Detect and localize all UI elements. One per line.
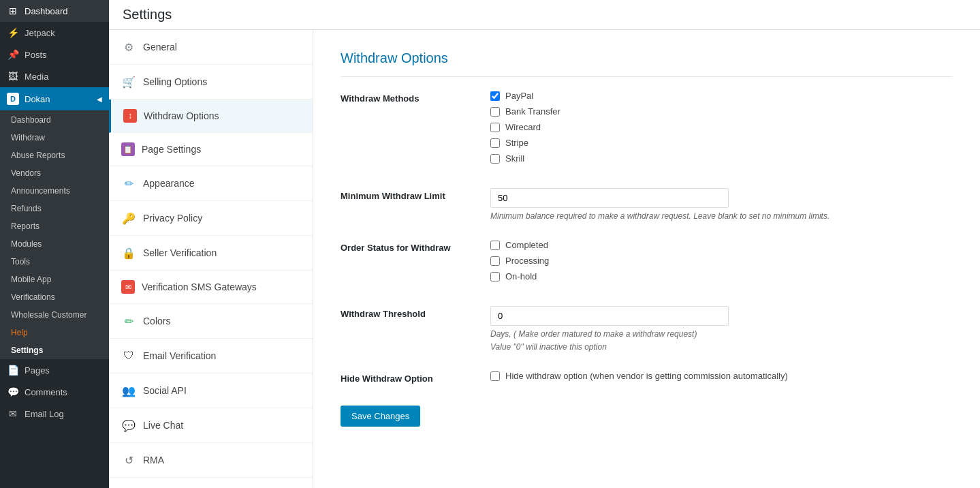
hide-withdraw-checkbox[interactable] bbox=[490, 371, 500, 381]
sidebar-item-tools[interactable]: Tools bbox=[0, 253, 109, 271]
appearance-icon: ✏ bbox=[121, 176, 136, 191]
order-status-label: Order Status for Withdraw bbox=[341, 240, 490, 253]
sidebar-item-dashboard[interactable]: ⊞ Dashboard bbox=[0, 0, 109, 22]
content-area: ⚙ General 🛒 Selling Options ↕ Withdraw O… bbox=[109, 30, 980, 488]
live-chat-icon: 💬 bbox=[121, 418, 136, 433]
comments-icon: 💬 bbox=[7, 386, 19, 397]
sidebar-item-abuse-reports[interactable]: Abuse Reports bbox=[0, 147, 109, 164]
sidebar-item-pages[interactable]: 📄 Pages bbox=[0, 359, 109, 381]
withdraw-options-title: Withdraw Options bbox=[341, 50, 953, 77]
sidebar-item-dokan[interactable]: D Dokan ◀ bbox=[0, 87, 109, 110]
sidebar-item-refunds[interactable]: Refunds bbox=[0, 200, 109, 217]
minimum-withdraw-input[interactable] bbox=[490, 188, 729, 208]
sidebar-item-verifications[interactable]: Verifications bbox=[0, 288, 109, 306]
gear-icon: ⚙ bbox=[121, 40, 136, 55]
hide-withdraw-option-row: Hide withdraw option (when vendor is get… bbox=[490, 371, 953, 381]
wirecard-row: Wirecard bbox=[490, 122, 953, 132]
sidebar-item-help[interactable]: Help bbox=[0, 324, 109, 341]
hide-withdraw-option-label[interactable]: Hide withdraw option (when vendor is get… bbox=[505, 371, 788, 381]
order-status-row: Order Status for Withdraw Completed Proc… bbox=[341, 240, 953, 287]
minimum-withdraw-row: Minimum Withdraw Limit Minimum balance r… bbox=[341, 188, 953, 221]
page-settings-icon: 📋 bbox=[121, 142, 135, 156]
stripe-row: Stripe bbox=[490, 138, 953, 148]
settings-nav: ⚙ General 🛒 Selling Options ↕ Withdraw O… bbox=[109, 30, 313, 488]
nav-item-email-verification[interactable]: 🛡 Email Verification bbox=[109, 339, 313, 373]
email-log-icon: ✉ bbox=[7, 408, 19, 419]
paypal-checkbox[interactable] bbox=[490, 91, 500, 101]
withdraw-methods-row: Withdraw Methods PayPal Bank Transfer Wi… bbox=[341, 91, 953, 169]
nav-item-social-api[interactable]: 👥 Social API bbox=[109, 373, 313, 408]
save-changes-wrapper: Save Changes bbox=[341, 406, 953, 427]
nav-item-seller-verification[interactable]: 🔒 Seller Verification bbox=[109, 236, 313, 271]
withdraw-threshold-label: Withdraw Threshold bbox=[341, 306, 490, 319]
hide-withdraw-label: Hide Withdraw Option bbox=[341, 371, 490, 384]
sidebar-item-settings[interactable]: Settings bbox=[0, 341, 109, 359]
email-verification-icon: 🛡 bbox=[121, 348, 136, 363]
seller-verification-icon: 🔒 bbox=[121, 245, 136, 260]
sidebar-item-mobile-app[interactable]: Mobile App bbox=[0, 271, 109, 288]
stripe-checkbox[interactable] bbox=[490, 138, 500, 148]
dokan-icon: D bbox=[7, 93, 19, 105]
on-hold-checkbox[interactable] bbox=[490, 272, 500, 281]
sidebar-item-posts[interactable]: 📌 Posts bbox=[0, 44, 109, 65]
dokan-arrow-icon: ◀ bbox=[97, 95, 102, 103]
wirecard-checkbox[interactable] bbox=[490, 123, 500, 132]
on-hold-label[interactable]: On-hold bbox=[505, 271, 537, 281]
processing-label[interactable]: Processing bbox=[505, 256, 549, 266]
sidebar-item-vendors[interactable]: Vendors bbox=[0, 164, 109, 182]
sidebar-item-jetpack[interactable]: ⚡ Jetpack bbox=[0, 22, 109, 44]
sidebar-item-dashboard-sub[interactable]: Dashboard bbox=[0, 111, 109, 129]
processing-checkbox[interactable] bbox=[490, 256, 500, 266]
wirecard-label[interactable]: Wirecard bbox=[505, 122, 541, 132]
completed-checkbox[interactable] bbox=[490, 241, 500, 250]
dashboard-icon: ⊞ bbox=[7, 5, 19, 16]
on-hold-row: On-hold bbox=[490, 271, 953, 281]
page-title: Settings bbox=[123, 7, 172, 22]
nav-item-appearance[interactable]: ✏ Appearance bbox=[109, 166, 313, 201]
nav-item-page-settings[interactable]: 📋 Page Settings bbox=[109, 133, 313, 166]
minimum-withdraw-label: Minimum Withdraw Limit bbox=[341, 188, 490, 201]
colors-icon: ✏ bbox=[121, 314, 136, 329]
nav-item-live-chat[interactable]: 💬 Live Chat bbox=[109, 408, 313, 443]
hide-withdraw-field: Hide withdraw option (when vendor is get… bbox=[490, 371, 953, 386]
nav-item-verification-sms[interactable]: ✉ Verification SMS Gateways bbox=[109, 271, 313, 304]
nav-item-rma[interactable]: ↺ RMA bbox=[109, 443, 313, 478]
paypal-label[interactable]: PayPal bbox=[505, 91, 533, 101]
nav-item-selling-options[interactable]: 🛒 Selling Options bbox=[109, 65, 313, 100]
nav-item-privacy-policy[interactable]: 🔑 Privacy Policy bbox=[109, 201, 313, 236]
stripe-label[interactable]: Stripe bbox=[505, 138, 528, 148]
rma-icon: ↺ bbox=[121, 453, 136, 468]
nav-item-colors[interactable]: ✏ Colors bbox=[109, 304, 313, 339]
sidebar-item-media[interactable]: 🖼 Media bbox=[0, 65, 109, 87]
nav-item-withdraw-options[interactable]: ↕ Withdraw Options bbox=[109, 100, 313, 133]
cart-icon: 🛒 bbox=[121, 74, 136, 89]
withdraw-methods-field: PayPal Bank Transfer Wirecard Stripe bbox=[490, 91, 953, 169]
bank-transfer-checkbox[interactable] bbox=[490, 107, 500, 117]
sidebar-item-announcements[interactable]: Announcements bbox=[0, 182, 109, 200]
sidebar-item-reports[interactable]: Reports bbox=[0, 217, 109, 235]
withdraw-threshold-row: Withdraw Threshold Days, ( Make order ma… bbox=[341, 306, 953, 352]
admin-sidebar: ⊞ Dashboard ⚡ Jetpack 📌 Posts 🖼 Media D … bbox=[0, 0, 109, 488]
minimum-withdraw-hint: Minimum balance required to make a withd… bbox=[490, 211, 953, 221]
skrill-checkbox[interactable] bbox=[490, 154, 500, 164]
withdraw-threshold-input[interactable] bbox=[490, 306, 729, 326]
skrill-label[interactable]: Skrill bbox=[505, 153, 524, 164]
sms-icon: ✉ bbox=[121, 280, 135, 294]
sidebar-item-modules[interactable]: Modules bbox=[0, 235, 109, 253]
bank-transfer-label[interactable]: Bank Transfer bbox=[505, 106, 560, 117]
completed-row: Completed bbox=[490, 240, 953, 250]
processing-row: Processing bbox=[490, 256, 953, 266]
save-changes-button[interactable]: Save Changes bbox=[341, 406, 420, 427]
sidebar-item-withdraw[interactable]: Withdraw bbox=[0, 129, 109, 147]
withdraw-threshold-hint2: Value "0" will inactive this option bbox=[490, 342, 953, 352]
bottom-nav: 📄 Pages 💬 Comments ✉ Email Log bbox=[0, 359, 109, 425]
sidebar-item-wholesale-customer[interactable]: Wholesale Customer bbox=[0, 306, 109, 324]
pages-icon: 📄 bbox=[7, 365, 19, 376]
main-area: Settings ⚙ General 🛒 Selling Options ↕ W… bbox=[109, 0, 980, 488]
nav-item-general[interactable]: ⚙ General bbox=[109, 30, 313, 65]
withdraw-threshold-hint1: Days, ( Make order matured to make a wit… bbox=[490, 329, 953, 339]
completed-label[interactable]: Completed bbox=[505, 240, 548, 250]
sidebar-item-email-log[interactable]: ✉ Email Log bbox=[0, 403, 109, 425]
sidebar-item-comments[interactable]: 💬 Comments bbox=[0, 381, 109, 403]
privacy-icon: 🔑 bbox=[121, 211, 136, 226]
